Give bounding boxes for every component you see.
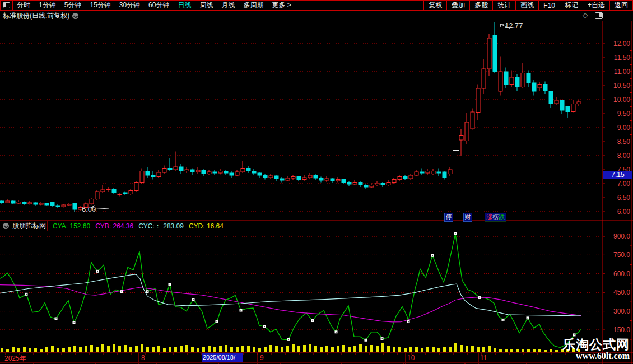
price-label: 6.00 bbox=[604, 208, 630, 216]
indicator-name[interactable]: 股朋指标网 bbox=[11, 221, 48, 231]
indicator-axis-label: 900.0 bbox=[604, 232, 630, 240]
price-label: 11.00 bbox=[604, 68, 630, 76]
price-label: 9.00 bbox=[604, 124, 630, 132]
finance-badge[interactable]: 财 bbox=[463, 213, 472, 222]
pane-layout-icon[interactable] bbox=[1, 1, 13, 10]
period-tab-5[interactable]: 30分钟 bbox=[119, 1, 140, 10]
selected-date-badge: 2025/08/18/— bbox=[202, 353, 243, 362]
period-tab-2[interactable]: 1分钟 bbox=[39, 1, 56, 10]
period-tabs: 分时1分钟5分钟15分钟30分钟60分钟日线周线月线多周期更多 > bbox=[13, 1, 291, 10]
watermark-site-name: 乐淘公式网 bbox=[562, 338, 630, 351]
indicator-axis-label: 600.0 bbox=[604, 270, 630, 278]
indicator-axis-label: 300.0 bbox=[604, 307, 630, 315]
title-bar: 标准股份(日线.前复权) ◇ bbox=[0, 11, 633, 21]
indicator-header: 股朋指标网 CYA: 152.60CYB: 264.36CYC:： 283.09… bbox=[0, 221, 224, 230]
month-label: 10 bbox=[407, 354, 415, 362]
down-label: 跌 bbox=[499, 213, 505, 220]
period-tab-7[interactable]: 日线 bbox=[178, 1, 191, 10]
indicator-axis-label: 450.0 bbox=[604, 288, 630, 296]
chevron-down-icon[interactable] bbox=[72, 13, 78, 19]
last-price-badge: 7.15 bbox=[603, 171, 632, 179]
stock-app-window: 分时1分钟5分钟15分钟30分钟60分钟日线周线月线多周期更多 > 复权叠加多股… bbox=[0, 0, 633, 364]
price-label: 8.00 bbox=[604, 152, 630, 160]
indicator-value-cya: CYA: 152.60 bbox=[53, 222, 90, 230]
chart-area: 12.0011.5011.0010.5010.009.509.008.508.0… bbox=[0, 21, 633, 364]
period-tab-1[interactable]: 分时 bbox=[17, 1, 30, 10]
toolbar-button-8[interactable]: +自选 bbox=[583, 1, 609, 10]
price-label: 12.00 bbox=[604, 40, 630, 48]
period-tab-6[interactable]: 60分钟 bbox=[148, 1, 169, 10]
month-label: 8 bbox=[141, 354, 145, 362]
toolbar-button-7[interactable]: 标记 bbox=[560, 1, 583, 10]
high-annotation: 12.77 bbox=[505, 21, 523, 30]
chart-canvas[interactable] bbox=[0, 21, 633, 364]
updown-board-badge[interactable]: 涨榜跌 bbox=[485, 213, 506, 222]
date-axis[interactable]: 2025年 891011 2025/08/18/— bbox=[0, 353, 633, 362]
toolbar-button-4[interactable]: 统计 bbox=[492, 1, 515, 10]
price-label: 10.50 bbox=[604, 82, 630, 90]
watermark-url: www.60lt.com bbox=[562, 351, 630, 361]
toolbar-actions: 复权叠加多股统计画线F10标记+自选返回 bbox=[423, 1, 632, 10]
watermark: 乐淘公式网 www.60lt.com bbox=[562, 338, 630, 361]
stock-title: 标准股份(日线.前复权) bbox=[0, 11, 69, 21]
indicator-chevron-icon[interactable] bbox=[3, 223, 9, 229]
price-label: 7.00 bbox=[604, 180, 630, 188]
period-tab-8[interactable]: 周线 bbox=[199, 1, 213, 10]
price-label: 10.00 bbox=[604, 96, 630, 104]
indicator-axis-label: 150.0 bbox=[604, 326, 630, 334]
toolbar-button-2[interactable]: 叠加 bbox=[446, 1, 469, 10]
pause-badge[interactable]: 停 bbox=[444, 213, 453, 222]
price-label: 8.50 bbox=[604, 138, 630, 146]
indicator-value-cyb: CYB: 264.36 bbox=[95, 222, 133, 230]
toolbar-button-3[interactable]: 多股 bbox=[469, 1, 492, 10]
toolbar: 分时1分钟5分钟15分钟30分钟60分钟日线周线月线多周期更多 > 复权叠加多股… bbox=[0, 0, 633, 11]
diamond-icon[interactable]: ◇ bbox=[583, 11, 588, 19]
period-tab-10[interactable]: 多周期 bbox=[243, 1, 263, 10]
toolbar-button-1[interactable]: 复权 bbox=[423, 1, 446, 10]
price-label: 11.50 bbox=[604, 54, 630, 62]
period-tab-3[interactable]: 5分钟 bbox=[64, 1, 82, 10]
indicator-axis-label: 750.0 bbox=[604, 251, 630, 259]
split-pane-icon[interactable] bbox=[595, 12, 603, 19]
indicator-values: CYA: 152.60CYB: 264.36CYC:： 283.09CYD: 1… bbox=[48, 221, 224, 231]
price-label: 9.50 bbox=[604, 110, 630, 118]
period-tab-11[interactable]: 更多 > bbox=[272, 1, 291, 10]
low-annotation: 6.00 bbox=[82, 205, 96, 213]
month-label: 9 bbox=[260, 354, 264, 362]
toolbar-button-5[interactable]: 画线 bbox=[515, 1, 538, 10]
price-label: 6.50 bbox=[604, 194, 630, 202]
indicator-value-cyd: CYD: 16.64 bbox=[189, 222, 224, 230]
year-label: 2025年 bbox=[4, 354, 26, 363]
toolbar-button-6[interactable]: F10 bbox=[538, 1, 560, 10]
up-label: 涨 bbox=[486, 213, 492, 220]
board-label: 榜 bbox=[492, 213, 499, 220]
period-tab-4[interactable]: 15分钟 bbox=[90, 1, 110, 10]
period-tab-9[interactable]: 月线 bbox=[221, 1, 235, 10]
toolbar-button-9[interactable]: 返回 bbox=[609, 1, 632, 10]
indicator-value-cyc: CYC:： 283.09 bbox=[138, 222, 184, 230]
month-label: 11 bbox=[480, 354, 487, 362]
